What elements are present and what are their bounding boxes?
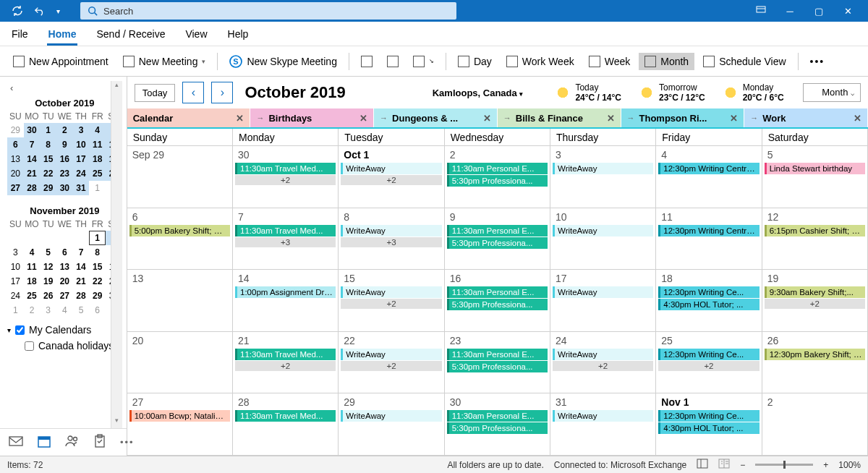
day-cell[interactable]: 31WriteAway bbox=[550, 393, 656, 455]
minical-day-cell[interactable]: 17 bbox=[7, 274, 24, 289]
menu-file[interactable]: File bbox=[10, 24, 30, 46]
minical-day-cell[interactable]: 29 bbox=[89, 289, 106, 303]
minical-day-cell[interactable]: 1 bbox=[40, 123, 56, 137]
more-events[interactable]: +2 bbox=[658, 361, 759, 371]
more-events[interactable]: +2 bbox=[765, 299, 865, 309]
minical-day-cell[interactable]: 29 bbox=[7, 123, 24, 137]
minical-day-cell[interactable]: 7 bbox=[24, 137, 41, 152]
minical-day-cell[interactable]: 13 bbox=[56, 260, 73, 274]
minimize-button[interactable]: ─ bbox=[775, 6, 804, 17]
minical-day-cell[interactable]: 26 bbox=[40, 289, 56, 303]
event[interactable]: 5:30pm Professiona... bbox=[447, 361, 548, 372]
status-view-reading-icon[interactable] bbox=[718, 459, 730, 471]
more-events[interactable]: +3 bbox=[341, 237, 441, 247]
tasks-icon[interactable] bbox=[94, 434, 106, 451]
minical-day-cell[interactable]: 31 bbox=[73, 181, 90, 195]
event[interactable]: 11:30am Personal E... bbox=[447, 349, 548, 360]
day-cell[interactable]: 211:30am Personal E...5:30pm Professiona… bbox=[445, 146, 550, 208]
minical-day-cell[interactable]: 17 bbox=[73, 152, 90, 166]
day-cell[interactable]: Nov 112:30pm Writing Ce...4:30pm HOL Tut… bbox=[656, 393, 762, 455]
minical-day-cell[interactable]: 1 bbox=[89, 181, 106, 195]
event[interactable]: WriteAway bbox=[341, 225, 441, 236]
minical-day-cell[interactable]: 21 bbox=[24, 166, 41, 181]
day-cell[interactable]: 2 bbox=[762, 393, 868, 455]
event[interactable]: 11:30am Personal E... bbox=[447, 225, 548, 236]
menu-view[interactable]: View bbox=[184, 24, 208, 46]
close-icon[interactable]: ✕ bbox=[483, 113, 491, 124]
event[interactable]: 11:30am Travel Med... bbox=[235, 410, 336, 422]
sync-icon[interactable] bbox=[6, 2, 29, 20]
calendar-tab[interactable]: →Dungeons & ...✕ bbox=[374, 108, 498, 127]
more-events[interactable]: +2 bbox=[553, 361, 653, 371]
prev-month-button[interactable]: ‹ bbox=[182, 82, 204, 103]
minical-day-cell[interactable]: 22 bbox=[89, 274, 106, 289]
minical-day-cell[interactable]: 4 bbox=[89, 123, 106, 137]
menu-home[interactable]: Home bbox=[47, 24, 78, 46]
minical-day-cell[interactable]: 15 bbox=[89, 260, 106, 274]
minical-nov[interactable]: SUMOTUWETHFRSA12345678910111213141516171… bbox=[7, 218, 122, 318]
minical-day-cell[interactable]: 7 bbox=[73, 245, 90, 260]
undo-icon[interactable] bbox=[29, 3, 51, 19]
event[interactable]: 6:15pm Cashier Shift; Save-On-Foods bbox=[765, 225, 865, 236]
day-cell[interactable]: Oct 1WriteAway+2 bbox=[339, 146, 444, 208]
minical-day-cell[interactable]: 8 bbox=[89, 245, 106, 260]
calendar-item-holidays[interactable]: Canada holidays bbox=[7, 338, 122, 354]
calendar-tab[interactable]: →Thompson Ri...✕ bbox=[621, 108, 745, 127]
more-events[interactable]: +2 bbox=[235, 175, 336, 185]
event[interactable]: 1:00pm Assignment DraftAdjust Mic Settin… bbox=[235, 286, 336, 298]
ribbon-overflow-button[interactable]: ••• bbox=[804, 53, 831, 70]
day-cell[interactable]: 1112:30pm Writing Centre; OM 1411 bbox=[656, 208, 762, 270]
calendar-tab[interactable]: Calendar✕ bbox=[127, 108, 251, 127]
minical-day-cell[interactable]: 27 bbox=[7, 181, 24, 195]
day-cell[interactable]: 20 bbox=[127, 332, 233, 393]
minical-day-cell[interactable] bbox=[73, 231, 90, 245]
day-cell[interactable]: 1611:30am Personal E...5:30pm Profession… bbox=[445, 270, 550, 331]
week-view-button[interactable]: Week bbox=[583, 53, 637, 70]
close-icon[interactable]: ✕ bbox=[854, 113, 861, 124]
calendar-tab[interactable]: →Bills & Finance✕ bbox=[498, 108, 621, 127]
minical-day-cell[interactable]: 2 bbox=[24, 303, 41, 318]
day-cell[interactable]: 2512:30pm Writing Ce...+2 bbox=[656, 332, 762, 393]
event[interactable]: WriteAway bbox=[341, 349, 441, 360]
minical-day-cell[interactable]: 14 bbox=[73, 260, 90, 274]
minical-day-cell[interactable]: 3 bbox=[73, 123, 90, 137]
mail-icon[interactable] bbox=[9, 435, 23, 449]
day-view-button[interactable]: Day bbox=[452, 53, 498, 70]
work-week-button[interactable]: Work Week bbox=[501, 53, 580, 70]
minical-day-cell[interactable]: 24 bbox=[73, 166, 90, 181]
minical-day-cell[interactable]: 18 bbox=[24, 274, 41, 289]
calendar-tab[interactable]: →Birthdays✕ bbox=[250, 108, 374, 127]
view-selector[interactable]: Month ⌵ bbox=[803, 83, 861, 102]
calendar-tab[interactable]: →Work✕ bbox=[744, 108, 868, 127]
month-view-button[interactable]: Month bbox=[639, 53, 694, 70]
zoom-in-button[interactable]: + bbox=[823, 460, 828, 470]
event[interactable]: 4:30pm HOL Tutor; ... bbox=[658, 299, 759, 310]
new-meeting-button[interactable]: New Meeting▾ bbox=[117, 53, 212, 70]
event[interactable]: 11:30am Travel Med... bbox=[235, 163, 336, 174]
more-events[interactable]: +2 bbox=[235, 361, 336, 371]
minical-day-cell[interactable]: 15 bbox=[40, 152, 56, 166]
event[interactable]: 11:30am Personal E... bbox=[447, 286, 548, 298]
day-cell[interactable]: 141:00pm Assignment DraftAdjust Mic Sett… bbox=[233, 270, 339, 331]
minical-day-cell[interactable]: 22 bbox=[40, 166, 56, 181]
day-cell[interactable]: 199:30am Bakery Shift;...+2 bbox=[762, 270, 868, 331]
minical-day-cell[interactable]: 18 bbox=[89, 152, 106, 166]
event[interactable]: WriteAway bbox=[553, 286, 653, 298]
minical-day-cell[interactable]: 20 bbox=[56, 274, 73, 289]
event[interactable]: 11:30am Travel Med... bbox=[235, 225, 336, 236]
my-calendars-checkbox[interactable] bbox=[15, 325, 25, 335]
minical-day-cell[interactable]: 3 bbox=[40, 303, 56, 318]
ribbon-grp2-button[interactable] bbox=[381, 53, 404, 70]
minical-day-cell[interactable]: 23 bbox=[56, 166, 73, 181]
more-events[interactable]: +3 bbox=[235, 237, 336, 247]
event[interactable]: WriteAway bbox=[553, 163, 653, 174]
status-view-normal-icon[interactable] bbox=[697, 459, 708, 471]
new-skype-meeting-button[interactable]: SNew Skype Meeting bbox=[224, 52, 343, 71]
maximize-button[interactable]: ▢ bbox=[804, 6, 833, 17]
minical-day-cell[interactable]: 14 bbox=[24, 152, 41, 166]
minical-day-cell[interactable]: 8 bbox=[40, 137, 56, 152]
menu-send-receive[interactable]: Send / Receive bbox=[95, 24, 166, 46]
today-button[interactable]: Today bbox=[135, 84, 176, 102]
event[interactable]: 5:30pm Professiona... bbox=[447, 299, 548, 310]
minical-day-cell[interactable]: 30 bbox=[24, 123, 41, 137]
